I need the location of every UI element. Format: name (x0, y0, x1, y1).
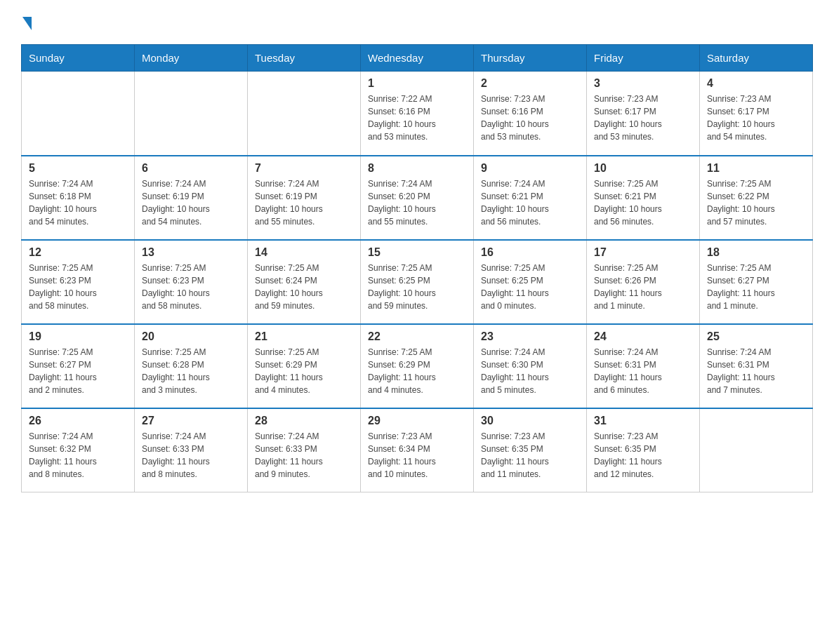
day-number: 20 (142, 330, 240, 343)
day-info: Sunrise: 7:24 AM Sunset: 6:31 PM Dayligh… (594, 346, 692, 396)
calendar-cell: 26Sunrise: 7:24 AM Sunset: 6:32 PM Dayli… (22, 408, 135, 492)
calendar-cell: 30Sunrise: 7:23 AM Sunset: 6:35 PM Dayli… (474, 408, 587, 492)
calendar-cell: 6Sunrise: 7:24 AM Sunset: 6:19 PM Daylig… (135, 156, 248, 240)
day-number: 29 (368, 415, 466, 427)
calendar-cell: 8Sunrise: 7:24 AM Sunset: 6:20 PM Daylig… (361, 156, 474, 240)
calendar-week-row: 19Sunrise: 7:25 AM Sunset: 6:27 PM Dayli… (22, 324, 813, 408)
day-number: 12 (29, 246, 127, 259)
calendar-week-row: 12Sunrise: 7:25 AM Sunset: 6:23 PM Dayli… (22, 240, 813, 324)
day-number: 9 (481, 162, 579, 175)
day-info: Sunrise: 7:23 AM Sunset: 6:17 PM Dayligh… (594, 93, 692, 143)
day-number: 24 (594, 330, 692, 343)
day-number: 8 (368, 162, 466, 175)
calendar-cell: 11Sunrise: 7:25 AM Sunset: 6:22 PM Dayli… (700, 156, 813, 240)
day-info: Sunrise: 7:24 AM Sunset: 6:30 PM Dayligh… (481, 346, 579, 396)
day-info: Sunrise: 7:25 AM Sunset: 6:25 PM Dayligh… (481, 262, 579, 312)
day-info: Sunrise: 7:25 AM Sunset: 6:27 PM Dayligh… (29, 346, 127, 396)
day-info: Sunrise: 7:25 AM Sunset: 6:29 PM Dayligh… (368, 346, 466, 396)
calendar-cell: 2Sunrise: 7:23 AM Sunset: 6:16 PM Daylig… (474, 72, 587, 156)
day-number: 22 (368, 330, 466, 343)
calendar-cell: 9Sunrise: 7:24 AM Sunset: 6:21 PM Daylig… (474, 156, 587, 240)
day-number: 30 (481, 415, 579, 427)
day-number: 27 (142, 415, 240, 427)
calendar-cell: 7Sunrise: 7:24 AM Sunset: 6:19 PM Daylig… (248, 156, 361, 240)
day-number: 15 (368, 246, 466, 259)
calendar-cell: 16Sunrise: 7:25 AM Sunset: 6:25 PM Dayli… (474, 240, 587, 324)
day-number: 25 (707, 330, 805, 343)
day-number: 17 (594, 246, 692, 259)
calendar-cell (135, 72, 248, 156)
day-info: Sunrise: 7:24 AM Sunset: 6:21 PM Dayligh… (481, 177, 579, 228)
calendar-cell: 13Sunrise: 7:25 AM Sunset: 6:23 PM Dayli… (135, 240, 248, 324)
day-number: 19 (29, 330, 127, 343)
page-header (21, 14, 813, 30)
day-number: 16 (481, 246, 579, 259)
day-number: 23 (481, 330, 579, 343)
calendar-cell: 27Sunrise: 7:24 AM Sunset: 6:33 PM Dayli… (135, 408, 248, 492)
calendar-body: 1Sunrise: 7:22 AM Sunset: 6:16 PM Daylig… (22, 72, 813, 492)
day-info: Sunrise: 7:25 AM Sunset: 6:24 PM Dayligh… (255, 262, 353, 312)
day-number: 13 (142, 246, 240, 259)
day-number: 10 (594, 162, 692, 175)
day-info: Sunrise: 7:23 AM Sunset: 6:35 PM Dayligh… (481, 430, 579, 481)
day-info: Sunrise: 7:23 AM Sunset: 6:17 PM Dayligh… (707, 93, 805, 143)
day-number: 1 (368, 77, 466, 90)
calendar-week-row: 5Sunrise: 7:24 AM Sunset: 6:18 PM Daylig… (22, 156, 813, 240)
day-number: 3 (594, 77, 692, 90)
header-tuesday: Tuesday (248, 45, 361, 72)
day-number: 26 (29, 415, 127, 427)
logo (21, 14, 32, 30)
calendar-cell: 19Sunrise: 7:25 AM Sunset: 6:27 PM Dayli… (22, 324, 135, 408)
calendar-cell: 31Sunrise: 7:23 AM Sunset: 6:35 PM Dayli… (587, 408, 700, 492)
day-number: 6 (142, 162, 240, 175)
calendar-cell: 20Sunrise: 7:25 AM Sunset: 6:28 PM Dayli… (135, 324, 248, 408)
calendar-cell (248, 72, 361, 156)
calendar-cell: 18Sunrise: 7:25 AM Sunset: 6:27 PM Dayli… (700, 240, 813, 324)
header-wednesday: Wednesday (361, 45, 474, 72)
day-number: 2 (481, 77, 579, 90)
day-info: Sunrise: 7:25 AM Sunset: 6:29 PM Dayligh… (255, 346, 353, 396)
day-info: Sunrise: 7:25 AM Sunset: 6:26 PM Dayligh… (594, 262, 692, 312)
calendar-cell: 5Sunrise: 7:24 AM Sunset: 6:18 PM Daylig… (22, 156, 135, 240)
calendar-cell: 22Sunrise: 7:25 AM Sunset: 6:29 PM Dayli… (361, 324, 474, 408)
day-number: 7 (255, 162, 353, 175)
day-number: 11 (707, 162, 805, 175)
day-info: Sunrise: 7:24 AM Sunset: 6:20 PM Dayligh… (368, 177, 466, 228)
day-info: Sunrise: 7:25 AM Sunset: 6:21 PM Dayligh… (594, 177, 692, 228)
day-number: 28 (255, 415, 353, 427)
day-info: Sunrise: 7:23 AM Sunset: 6:16 PM Dayligh… (481, 93, 579, 143)
header-friday: Friday (587, 45, 700, 72)
day-info: Sunrise: 7:25 AM Sunset: 6:23 PM Dayligh… (29, 262, 127, 312)
day-number: 31 (594, 415, 692, 427)
day-info: Sunrise: 7:25 AM Sunset: 6:27 PM Dayligh… (707, 262, 805, 312)
calendar-cell (700, 408, 813, 492)
day-info: Sunrise: 7:23 AM Sunset: 6:35 PM Dayligh… (594, 430, 692, 481)
calendar-week-row: 1Sunrise: 7:22 AM Sunset: 6:16 PM Daylig… (22, 72, 813, 156)
day-number: 21 (255, 330, 353, 343)
calendar-cell: 29Sunrise: 7:23 AM Sunset: 6:34 PM Dayli… (361, 408, 474, 492)
calendar-cell: 10Sunrise: 7:25 AM Sunset: 6:21 PM Dayli… (587, 156, 700, 240)
day-info: Sunrise: 7:23 AM Sunset: 6:34 PM Dayligh… (368, 430, 466, 481)
day-info: Sunrise: 7:25 AM Sunset: 6:25 PM Dayligh… (368, 262, 466, 312)
day-info: Sunrise: 7:25 AM Sunset: 6:23 PM Dayligh… (142, 262, 240, 312)
day-info: Sunrise: 7:24 AM Sunset: 6:19 PM Dayligh… (142, 177, 240, 228)
calendar-cell: 23Sunrise: 7:24 AM Sunset: 6:30 PM Dayli… (474, 324, 587, 408)
calendar-cell: 1Sunrise: 7:22 AM Sunset: 6:16 PM Daylig… (361, 72, 474, 156)
calendar-cell: 4Sunrise: 7:23 AM Sunset: 6:17 PM Daylig… (700, 72, 813, 156)
header-sunday: Sunday (22, 45, 135, 72)
day-number: 4 (707, 77, 805, 90)
day-info: Sunrise: 7:24 AM Sunset: 6:19 PM Dayligh… (255, 177, 353, 228)
calendar-cell: 3Sunrise: 7:23 AM Sunset: 6:17 PM Daylig… (587, 72, 700, 156)
calendar-cell: 17Sunrise: 7:25 AM Sunset: 6:26 PM Dayli… (587, 240, 700, 324)
day-info: Sunrise: 7:24 AM Sunset: 6:33 PM Dayligh… (255, 430, 353, 481)
header-monday: Monday (135, 45, 248, 72)
day-info: Sunrise: 7:24 AM Sunset: 6:31 PM Dayligh… (707, 346, 805, 396)
day-info: Sunrise: 7:25 AM Sunset: 6:28 PM Dayligh… (142, 346, 240, 396)
day-number: 14 (255, 246, 353, 259)
weekday-header-row: Sunday Monday Tuesday Wednesday Thursday… (22, 45, 813, 72)
calendar-cell: 24Sunrise: 7:24 AM Sunset: 6:31 PM Dayli… (587, 324, 700, 408)
day-info: Sunrise: 7:24 AM Sunset: 6:18 PM Dayligh… (29, 177, 127, 228)
header-saturday: Saturday (700, 45, 813, 72)
day-info: Sunrise: 7:25 AM Sunset: 6:22 PM Dayligh… (707, 177, 805, 228)
calendar-cell: 15Sunrise: 7:25 AM Sunset: 6:25 PM Dayli… (361, 240, 474, 324)
